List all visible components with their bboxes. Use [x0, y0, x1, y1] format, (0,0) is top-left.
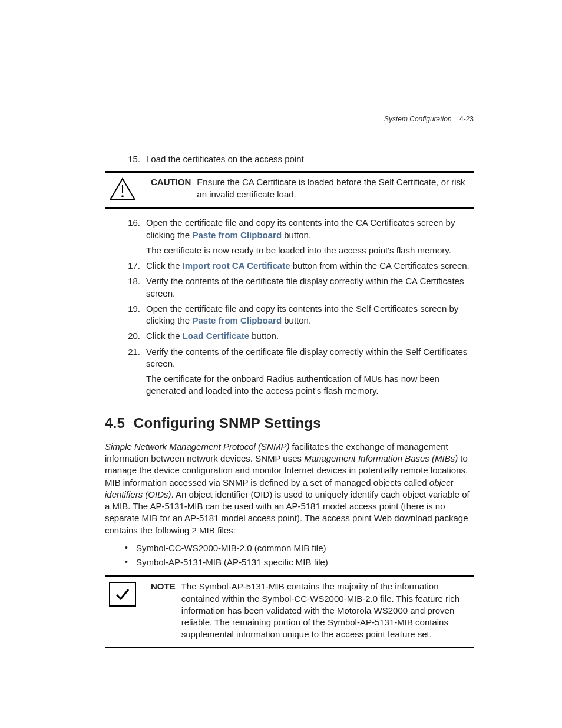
- step-body: Open the certificate file and copy its c…: [146, 217, 474, 256]
- step-body: Verify the contents of the certificate f…: [146, 275, 474, 299]
- step-number: 17.: [119, 260, 146, 272]
- step-number: 19.: [119, 303, 146, 327]
- section-heading: 4.5 Configuring SNMP Settings: [105, 414, 474, 433]
- step-body: Open the certificate file and copy its c…: [146, 303, 474, 327]
- bullet-item: Symbol-AP-5131-MIB (AP-5131 specific MIB…: [105, 556, 474, 568]
- step-item: 17.Click the Import root CA Certificate …: [119, 260, 474, 272]
- caution-text: Ensure the CA Certificate is loaded befo…: [197, 176, 474, 200]
- svg-point-2: [121, 195, 124, 197]
- step-number: 20.: [119, 330, 146, 342]
- chapter-name: System Configuration: [384, 115, 452, 123]
- step-list-before-caution: 15.Load the certificates on the access p…: [119, 153, 474, 165]
- section-intro-paragraph: Simple Network Management Protocol (SNMP…: [105, 441, 474, 536]
- warning-icon: [105, 176, 140, 201]
- page-number: 4-23: [459, 115, 474, 123]
- step-body: Click the Import root CA Certificate but…: [146, 260, 474, 272]
- step-number: 16.: [119, 217, 146, 256]
- step-body: Load the certificates on the access poin…: [146, 153, 474, 165]
- running-header: System Configuration 4-23: [384, 115, 474, 123]
- ui-reference-link: Load Certificate: [183, 331, 249, 341]
- ui-reference-link: Paste from Clipboard: [192, 230, 282, 240]
- note-callout: NOTE The Symbol-AP-5131-MIB contains the…: [105, 575, 474, 648]
- step-number: 21.: [119, 346, 146, 397]
- note-label: NOTE: [151, 581, 176, 640]
- step-number: 15.: [119, 153, 146, 165]
- step-body: Verify the contents of the certificate f…: [146, 346, 474, 397]
- step-item: 21.Verify the contents of the certificat…: [119, 346, 474, 397]
- page: System Configuration 4-23 15.Load the ce…: [0, 0, 562, 728]
- mib-bullet-list: Symbol-CC-WS2000-MIB-2.0 (common MIB fil…: [105, 542, 474, 569]
- ui-reference-link: Import root CA Certificate: [183, 261, 290, 271]
- note-text: The Symbol-AP-5131-MIB contains the majo…: [181, 581, 474, 640]
- caution-callout: CAUTION Ensure the CA Certificate is loa…: [105, 171, 474, 209]
- step-number: 18.: [119, 275, 146, 299]
- note-icon: [105, 581, 140, 607]
- step-item: 16.Open the certificate file and copy it…: [119, 217, 474, 256]
- ui-reference-link: Paste from Clipboard: [192, 315, 282, 325]
- section-number: 4.5: [105, 415, 125, 431]
- step-list-after-caution: 16.Open the certificate file and copy it…: [119, 217, 474, 397]
- bullet-item: Symbol-CC-WS2000-MIB-2.0 (common MIB fil…: [105, 542, 474, 554]
- step-item: 19.Open the certificate file and copy it…: [119, 303, 474, 327]
- step-item: 20.Click the Load Certificate button.: [119, 330, 474, 342]
- step-item: 18.Verify the contents of the certificat…: [119, 275, 474, 299]
- step-body: Click the Load Certificate button.: [146, 330, 474, 342]
- section-title: Configuring SNMP Settings: [134, 415, 321, 431]
- page-content: 15.Load the certificates on the access p…: [105, 153, 474, 648]
- step-item: 15.Load the certificates on the access p…: [119, 153, 474, 165]
- caution-label: CAUTION: [151, 176, 191, 200]
